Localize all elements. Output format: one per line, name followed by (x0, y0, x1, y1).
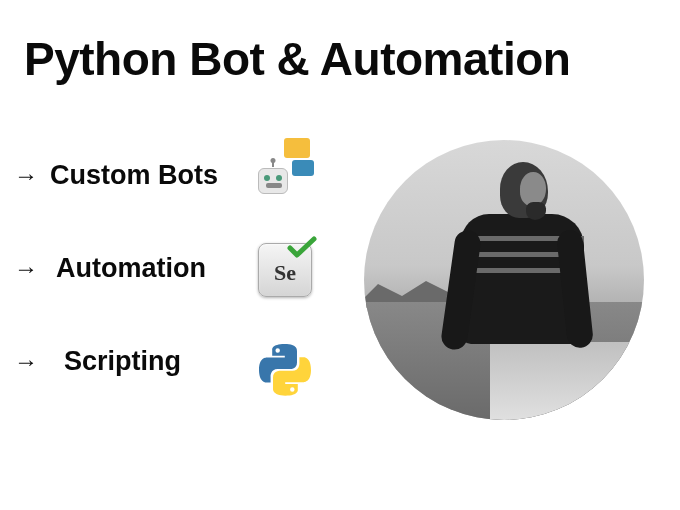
arrow-icon: → (14, 162, 40, 190)
feature-row: → Automation (14, 253, 218, 284)
arrow-icon: → (14, 348, 40, 376)
arrow-icon: → (14, 255, 40, 283)
feature-row: → Scripting (14, 346, 218, 377)
chatbot-icon (255, 140, 315, 200)
feature-label: Scripting (64, 346, 181, 377)
feature-label: Automation (56, 253, 206, 284)
icon-column: Se (255, 140, 315, 400)
feature-row: → Custom Bots (14, 160, 218, 191)
feature-label: Custom Bots (50, 160, 218, 191)
selenium-icon: Se (255, 240, 315, 300)
python-icon (255, 340, 315, 400)
checkmark-icon (287, 236, 317, 260)
avatar (364, 140, 644, 420)
feature-list: → Custom Bots → Automation → Scripting (14, 160, 218, 377)
selenium-badge-text: Se (274, 260, 296, 286)
page-title: Python Bot & Automation (24, 32, 570, 86)
